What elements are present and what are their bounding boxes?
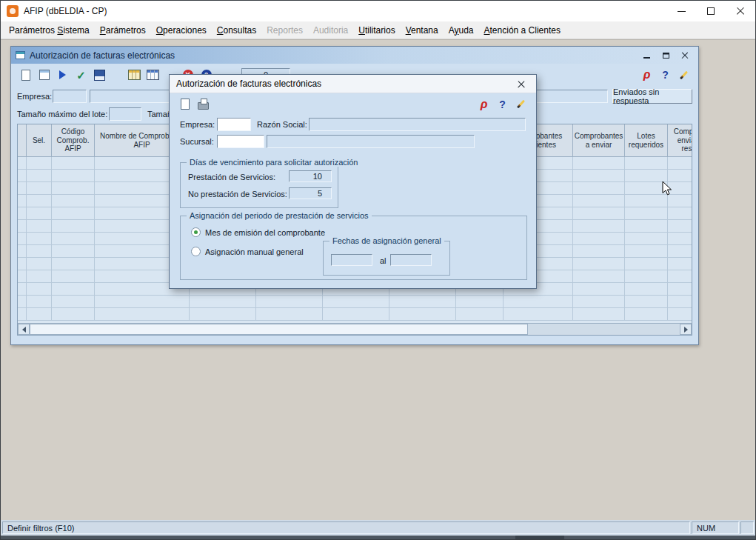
menu-item-ventana[interactable]: Ventana <box>401 22 444 39</box>
table-row[interactable] <box>18 308 692 321</box>
table-cell <box>18 283 27 296</box>
dialog-title-bar[interactable]: Autorización de facturas electrónicas <box>170 75 536 93</box>
table-cell <box>52 157 95 170</box>
column-header[interactable]: Sel. <box>27 124 52 157</box>
menu-item-ayuda[interactable]: Ayuda <box>444 22 479 39</box>
table-cell <box>668 296 692 308</box>
child-title-bar[interactable]: Autorización de facturas electrónicas <box>11 47 698 64</box>
menu-item-parametros-sistema[interactable]: Parámetros Sistema <box>4 22 95 39</box>
table-cell <box>52 258 95 270</box>
radio-mes-emision[interactable]: Mes de emisión del comprobante <box>191 227 325 237</box>
grid-icon <box>147 69 159 81</box>
table-cell <box>95 308 190 321</box>
minimize-icon <box>643 57 650 59</box>
table-cell <box>668 220 692 233</box>
column-header[interactable]: Comprobantes enviados sin respuesta <box>668 124 692 157</box>
scrollbar-thumb[interactable] <box>30 324 528 335</box>
table-cell <box>27 245 52 258</box>
new-button[interactable] <box>17 67 34 83</box>
prestacion-dias-field[interactable]: 10 <box>289 170 332 182</box>
confirm-button[interactable] <box>73 67 90 83</box>
table-button[interactable] <box>126 67 143 83</box>
table-cell <box>456 308 504 321</box>
child-minimize-button[interactable] <box>640 50 652 61</box>
table-cell <box>52 296 95 308</box>
table-cell <box>573 270 625 283</box>
maximize-button[interactable] <box>696 1 726 21</box>
dialog-toolbar <box>170 93 536 115</box>
exit-button[interactable] <box>475 96 492 113</box>
print-icon <box>197 98 210 110</box>
status-message: Definir filtros (F10) <box>2 521 690 534</box>
dialog-close-button[interactable] <box>510 77 532 91</box>
taskbar-fragment <box>515 536 564 539</box>
run-button[interactable] <box>54 67 71 83</box>
exit-button[interactable] <box>638 67 655 83</box>
help-icon <box>659 69 672 81</box>
table-cell <box>52 233 95 245</box>
table-cell <box>27 220 52 233</box>
column-header[interactable]: Lotes requeridos <box>625 124 668 157</box>
table-row[interactable] <box>18 296 692 308</box>
child-toolbar-right <box>638 67 692 83</box>
save-button[interactable] <box>91 67 108 83</box>
fecha-desde-field <box>331 254 372 266</box>
menu-item-parametros[interactable]: Parámetros <box>95 22 151 39</box>
table-cell <box>27 270 52 283</box>
menu-item-consultas[interactable]: Consultas <box>212 22 261 39</box>
help-button[interactable] <box>657 67 674 83</box>
close-button[interactable] <box>726 1 755 21</box>
edit-button[interactable] <box>512 96 529 113</box>
dialog-toolbar-left <box>176 96 212 113</box>
table-cell <box>52 170 95 182</box>
minimize-button[interactable] <box>666 1 696 21</box>
tamano-lote-field[interactable] <box>109 107 141 121</box>
horizontal-scrollbar[interactable] <box>18 323 692 335</box>
scroll-right-button[interactable] <box>680 324 692 335</box>
fechas-group-title: Fechas de asignación general <box>330 236 444 245</box>
table-cell <box>504 296 573 308</box>
table-cell <box>668 283 692 296</box>
save-icon <box>93 69 106 81</box>
menu-item-utilitarios[interactable]: Utilitarios <box>353 22 400 39</box>
properties-button[interactable] <box>36 67 53 83</box>
no-prestacion-dias-field[interactable]: 5 <box>289 187 332 199</box>
table-cell <box>625 157 668 170</box>
menu-item-operaciones[interactable]: Operaciones <box>151 22 212 39</box>
edit-button[interactable] <box>675 67 692 83</box>
al-label: al <box>380 256 387 265</box>
table-cell <box>190 308 256 321</box>
scroll-left-button[interactable] <box>18 324 30 335</box>
status-end-panel <box>740 521 754 534</box>
autorizacion-dialog: Autorización de facturas electrónicas Em… <box>169 74 537 289</box>
table-cell <box>18 182 27 195</box>
print-button[interactable] <box>195 96 212 113</box>
radio-asignacion-manual[interactable]: Asignación manual general <box>191 247 304 256</box>
new-button[interactable] <box>176 96 193 113</box>
column-header[interactable]: Código Comprob. AFIP <box>52 124 95 157</box>
menu-item-atencion-a-clientes[interactable]: Atención a Clientes <box>479 22 566 39</box>
child-restore-button[interactable] <box>660 50 672 61</box>
dialog-empresa-field[interactable] <box>217 118 251 131</box>
close-icon <box>518 80 526 88</box>
maximize-icon <box>707 7 715 15</box>
radio-button-icon <box>191 227 201 237</box>
enviados-sin-respuesta-button[interactable]: Enviados sin respuesta <box>612 89 692 104</box>
column-header[interactable] <box>18 124 27 157</box>
status-bar: Definir filtros (F10) NUM <box>1 520 755 536</box>
table-cell <box>27 283 52 296</box>
column-header[interactable]: Comprobantes a enviar <box>573 124 625 157</box>
child-close-button[interactable] <box>679 50 691 61</box>
table-cell <box>18 220 27 233</box>
child-window-title: Autorización de facturas electrónicas <box>30 50 175 61</box>
sucursal-field[interactable] <box>217 135 264 148</box>
run-icon <box>56 69 69 81</box>
table-cell <box>256 296 323 308</box>
help-button[interactable] <box>494 96 511 113</box>
minimize-icon <box>678 11 686 12</box>
table-cell <box>625 195 668 207</box>
dialog-empresa-label: Empresa: <box>180 120 215 129</box>
table-cell <box>18 245 27 258</box>
table-cell <box>668 270 692 283</box>
grid-button[interactable] <box>144 67 161 83</box>
